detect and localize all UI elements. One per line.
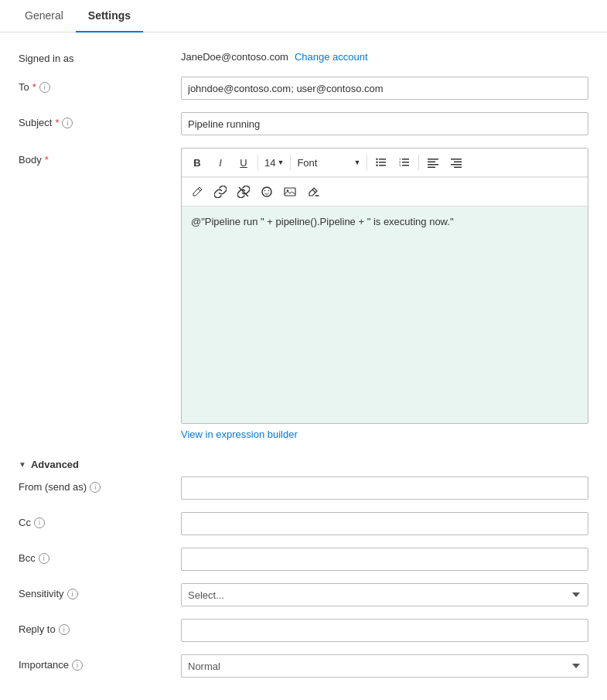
from-input[interactable] [181,476,588,500]
svg-rect-14 [428,164,438,166]
subject-required: * [55,117,59,128]
image-button[interactable] [279,181,301,203]
cc-input[interactable] [181,512,588,535]
toolbar-divider-1 [257,155,258,170]
toolbar-row2 [182,177,588,207]
align-right-icon [450,156,462,169]
advanced-chevron-icon: ▼ [19,460,26,469]
clear-button[interactable] [302,181,324,203]
pen-button[interactable] [186,181,208,203]
unlink-icon [237,186,250,198]
reply-to-label: Reply to i [19,619,181,635]
signed-in-label: Signed in as [19,48,181,64]
reply-to-field-wrapper [181,619,588,642]
cc-row: Cc i [19,512,588,535]
to-input[interactable] [181,77,588,100]
bcc-row: Bcc i [19,548,588,571]
bold-button[interactable]: B [186,152,208,173]
align-left-button[interactable] [422,152,444,173]
link-button[interactable] [210,181,231,203]
importance-info-icon[interactable]: i [72,660,83,671]
body-label: Body * [19,148,181,166]
cc-label: Cc i [19,512,181,528]
svg-rect-2 [379,165,386,166]
tab-general[interactable]: General [12,0,76,32]
italic-button[interactable]: I [210,152,231,173]
importance-row: Importance i Low Normal High [19,654,588,678]
image-icon [284,186,296,198]
cc-field-wrapper [181,512,588,535]
bcc-field-wrapper [181,548,588,571]
font-name-chevron: ▼ [353,159,360,166]
rich-editor: B I U 14 ▼ Font ▼ [181,148,588,424]
unlink-button[interactable] [233,181,254,203]
underline-button[interactable]: U [233,152,254,173]
to-field-wrapper [181,77,588,100]
body-required: * [45,154,49,166]
to-required: * [32,81,36,93]
svg-point-24 [268,190,270,192]
emoji-button[interactable] [256,181,278,203]
advanced-header-label: Advanced [31,459,79,470]
svg-rect-25 [285,188,295,196]
subject-field-wrapper [181,112,588,135]
emoji-icon [261,186,273,198]
advanced-section: ▼ Advanced From (send as) i Cc i [19,452,588,678]
list-unordered-icon [375,156,387,169]
list-ordered-button[interactable]: 1 2 3 [394,152,415,173]
sensitivity-label: Sensitivity i [19,583,181,599]
svg-point-22 [262,187,271,196]
subject-info-icon[interactable]: i [62,118,73,128]
svg-point-5 [377,165,378,166]
subject-row: Subject * i [19,112,588,135]
subject-input[interactable] [181,112,588,135]
svg-text:3: 3 [399,163,401,167]
expression-builder-link[interactable]: View in expression builder [181,429,298,440]
svg-point-3 [377,159,378,160]
editor-body[interactable]: @"Pipeline run " + pipeline().Pipeline +… [182,207,588,423]
from-info-icon[interactable]: i [90,482,101,493]
font-selector[interactable]: Font ▼ [294,155,363,170]
settings-content: Signed in as JaneDoe@contoso.com Change … [0,32,607,700]
signed-in-email: JaneDoe@contoso.com [181,51,288,63]
importance-field-wrapper: Low Normal High [181,654,588,678]
body-editor-wrapper: B I U 14 ▼ Font ▼ [181,148,588,440]
from-row: From (send as) i [19,476,588,500]
list-unordered-button[interactable] [370,152,392,173]
svg-rect-6 [402,159,409,160]
reply-to-input[interactable] [181,619,588,642]
cc-info-icon[interactable]: i [34,517,45,528]
align-right-button[interactable] [445,152,467,173]
svg-rect-13 [428,162,435,163]
tab-settings[interactable]: Settings [76,0,143,32]
svg-rect-0 [379,159,386,160]
signed-in-value: JaneDoe@contoso.com Change account [181,48,588,63]
toolbar-divider-4 [418,155,419,170]
font-size-selector[interactable]: 14 ▼ [261,155,287,170]
svg-line-21 [239,187,248,196]
advanced-header[interactable]: ▼ Advanced [19,452,588,476]
svg-rect-12 [428,159,438,160]
signed-in-row: Signed in as JaneDoe@contoso.com Change … [19,48,588,64]
bcc-input[interactable] [181,548,588,571]
font-size-chevron: ▼ [277,159,284,166]
align-left-icon [427,156,439,169]
reply-to-info-icon[interactable]: i [59,624,70,635]
bcc-info-icon[interactable]: i [39,553,49,564]
importance-label: Importance i [19,654,181,671]
svg-line-20 [198,189,200,191]
sensitivity-field-wrapper: Select... Normal Personal Private Confid… [181,583,588,606]
importance-select[interactable]: Low Normal High [181,654,588,678]
svg-rect-8 [402,165,409,166]
svg-rect-7 [402,162,409,163]
tabs-bar: General Settings [0,0,607,32]
toolbar-divider-3 [367,155,367,170]
pen-icon [191,186,203,198]
sensitivity-info-icon[interactable]: i [67,589,78,599]
body-content: @"Pipeline run " + pipeline().Pipeline +… [191,216,454,227]
change-account-link[interactable]: Change account [295,51,368,63]
svg-rect-1 [379,162,386,163]
sensitivity-select[interactable]: Select... Normal Personal Private Confid… [181,583,588,606]
to-info-icon[interactable]: i [39,82,50,93]
svg-rect-15 [428,167,435,169]
